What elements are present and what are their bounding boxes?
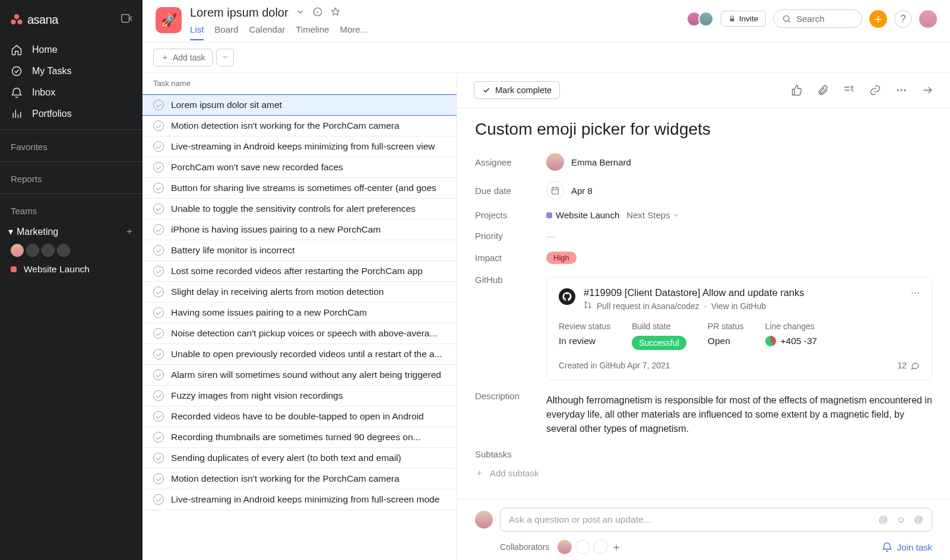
nav-inbox[interactable]: Inbox: [0, 82, 142, 103]
complete-check-icon[interactable]: [153, 287, 164, 297]
task-row[interactable]: PorchCam won't save new recorded faces: [142, 157, 457, 178]
task-row[interactable]: Live-streaming in Android keeps minimizi…: [142, 489, 457, 510]
add-subtask-button[interactable]: ＋Add subtask: [475, 467, 932, 479]
complete-check-icon[interactable]: [153, 120, 164, 131]
like-icon[interactable]: [791, 84, 803, 96]
complete-check-icon[interactable]: [153, 162, 164, 173]
add-task-button[interactable]: ＋Add task: [153, 49, 213, 66]
task-row[interactable]: Having some issues pairing to a new Porc…: [142, 303, 457, 323]
sidebar-collapse-icon[interactable]: [120, 12, 133, 27]
info-icon[interactable]: [312, 7, 323, 20]
task-row[interactable]: Motion detection isn't working for the P…: [142, 116, 457, 136]
complete-check-icon[interactable]: [153, 411, 164, 422]
task-row[interactable]: Recording thumbnails are sometimes turne…: [142, 427, 457, 448]
complete-check-icon[interactable]: [153, 473, 164, 484]
join-task-button[interactable]: Join task: [882, 542, 932, 552]
task-row[interactable]: Unable to open previously recorded video…: [142, 344, 457, 365]
profile-avatar[interactable]: [919, 10, 937, 28]
logo[interactable]: asana: [10, 12, 58, 27]
check-icon: [482, 86, 490, 94]
github-pr-title[interactable]: #119909 [Client Datastore] Allow and upd…: [584, 287, 902, 298]
complete-check-icon[interactable]: [153, 203, 164, 214]
more-icon[interactable]: [895, 84, 907, 96]
task-row[interactable]: Recorded videos have to be double-tapped…: [142, 406, 457, 427]
svg-rect-3: [122, 15, 129, 23]
help-button[interactable]: ?: [894, 10, 912, 28]
add-team-icon[interactable]: ＋: [125, 225, 134, 238]
complete-check-icon[interactable]: [153, 349, 164, 359]
add-task-dropdown[interactable]: [216, 49, 234, 66]
github-more-icon[interactable]: ⋯: [911, 287, 920, 298]
mention-icon[interactable]: @: [879, 514, 888, 525]
invite-button[interactable]: Invite: [721, 11, 766, 27]
nav-home[interactable]: Home: [0, 39, 142, 61]
tab-timeline[interactable]: Timeline: [296, 22, 329, 40]
global-add-button[interactable]: ＋: [869, 10, 887, 28]
task-row[interactable]: Fuzzy images from night vision recording…: [142, 386, 457, 406]
complete-check-icon[interactable]: [153, 432, 164, 443]
task-row[interactable]: Lost some recorded videos after restarti…: [142, 261, 457, 282]
comment-input[interactable]: Ask a question or post an update... @ ☺ …: [500, 508, 932, 532]
attachment-icon[interactable]: [817, 84, 829, 96]
mark-complete-button[interactable]: Mark complete: [474, 81, 560, 99]
assignee-name[interactable]: Emma Bernard: [571, 157, 631, 167]
search-input[interactable]: Search: [773, 9, 862, 28]
task-row[interactable]: Live-streaming in Android keeps minimizi…: [142, 136, 457, 157]
favorites-header[interactable]: Favorites: [0, 133, 142, 158]
nav-mytasks[interactable]: My Tasks: [0, 61, 142, 82]
complete-check-icon[interactable]: [153, 494, 164, 505]
tab-list[interactable]: List: [190, 22, 204, 40]
task-row[interactable]: Noise detection can't pickup voices or s…: [142, 323, 457, 344]
task-title[interactable]: Custom emoji picker for widgets: [475, 120, 932, 139]
nav-portfolios[interactable]: Portfolios: [0, 103, 142, 125]
description-text[interactable]: Although ferromagnetism is responsible f…: [546, 393, 932, 436]
complete-check-icon[interactable]: [153, 390, 164, 401]
task-row[interactable]: Slight delay in receiving alerts from mo…: [142, 282, 457, 303]
view-in-github-link[interactable]: View in GitHub: [711, 301, 766, 311]
task-name: Sending duplicates of every alert (to bo…: [171, 453, 401, 463]
complete-check-icon[interactable]: [153, 328, 164, 339]
team-row[interactable]: ▾ Marketing ＋: [0, 222, 142, 241]
complete-check-icon[interactable]: [153, 453, 164, 463]
star-icon[interactable]: [330, 7, 341, 20]
close-pane-icon[interactable]: [922, 84, 933, 96]
tab-board[interactable]: Board: [214, 22, 238, 40]
task-row[interactable]: Lorem ipsum dolor sit amet: [142, 94, 457, 116]
complete-check-icon[interactable]: [153, 370, 164, 380]
at-icon[interactable]: @: [914, 514, 923, 525]
link-icon[interactable]: [869, 84, 881, 96]
complete-check-icon[interactable]: [153, 100, 164, 110]
subtask-icon[interactable]: [843, 84, 855, 96]
emoji-icon[interactable]: ☺: [896, 514, 905, 525]
add-collaborator[interactable]: [593, 540, 607, 554]
task-row[interactable]: Motion detection isn't working for the P…: [142, 469, 457, 489]
task-row[interactable]: Battery life monitor is incorrect: [142, 240, 457, 261]
add-collaborator[interactable]: [575, 540, 590, 554]
reports-header[interactable]: Reports: [0, 166, 142, 190]
project-section[interactable]: Next Steps: [626, 210, 679, 220]
task-row[interactable]: Button for sharing live streams is somet…: [142, 178, 457, 199]
task-row[interactable]: Unable to toggle the sensitivity control…: [142, 199, 457, 219]
sidebar-project[interactable]: Website Launch: [0, 257, 142, 282]
task-row[interactable]: iPhone is having issues pairing to a new…: [142, 219, 457, 240]
search-icon: [782, 14, 791, 24]
chevron-down-icon[interactable]: [296, 7, 305, 19]
tab-calendar[interactable]: Calendar: [249, 22, 285, 40]
priority-value[interactable]: —: [546, 231, 555, 241]
add-collaborator-plus[interactable]: ＋: [611, 540, 622, 554]
complete-check-icon[interactable]: [153, 245, 164, 256]
complete-check-icon[interactable]: [153, 224, 164, 235]
task-row[interactable]: Alarm siren will sometimes sound without…: [142, 365, 457, 386]
task-row[interactable]: Sending duplicates of every alert (to bo…: [142, 448, 457, 469]
header-avatars[interactable]: [690, 11, 714, 27]
impact-pill[interactable]: High: [546, 252, 577, 264]
complete-check-icon[interactable]: [153, 307, 164, 318]
complete-check-icon[interactable]: [153, 141, 164, 152]
project-chip[interactable]: Website Launch: [546, 210, 619, 220]
due-date[interactable]: Apr 8: [571, 186, 593, 196]
complete-check-icon[interactable]: [153, 266, 164, 276]
github-comments[interactable]: 12: [897, 361, 920, 370]
collaborator-avatar[interactable]: [558, 540, 572, 554]
complete-check-icon[interactable]: [153, 183, 164, 193]
tab-more[interactable]: More...: [340, 22, 368, 40]
